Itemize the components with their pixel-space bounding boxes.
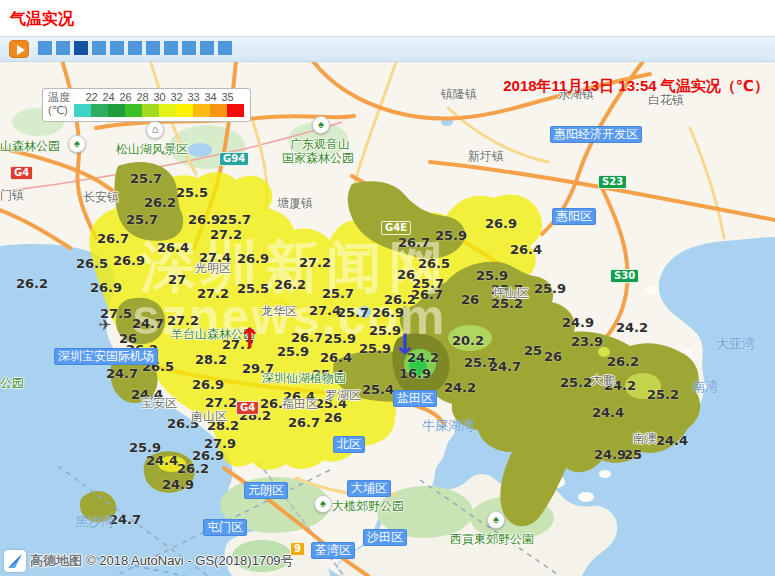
map-attribution: 高德地图 © 2018 AutoNavi - GS(2018)1709号 [4, 550, 294, 572]
legend-tick: 32 [168, 91, 185, 104]
legend-ticks: 222426283032333435 [74, 91, 244, 104]
legend-swatch [91, 104, 108, 117]
timeline-step-6[interactable] [128, 41, 142, 55]
legend-tick: 33 [185, 91, 202, 104]
timeline-step-10[interactable] [200, 41, 214, 55]
legend-swatch [176, 104, 193, 117]
weather-app-window: 深圳新闻网 sznews.com 25.725.526.225.726.925.… [0, 0, 775, 576]
legend-tick: 26 [117, 91, 134, 104]
legend-tick: 30 [151, 91, 168, 104]
attribution-brand: 高德地图 [30, 552, 82, 570]
amap-logo-icon[interactable] [4, 550, 26, 572]
legend-tick: 34 [202, 91, 219, 104]
legend-tick: 35 [219, 91, 236, 104]
timeline-step-9[interactable] [182, 41, 196, 55]
legend-swatch [125, 104, 142, 117]
legend-swatch [108, 104, 125, 117]
legend-tick: 28 [134, 91, 151, 104]
legend-tick: 24 [100, 91, 117, 104]
timeline-step-2[interactable] [56, 41, 70, 55]
page-title: 气温实况 [10, 9, 74, 30]
map-timestamp: 2018年11月13日 13:54 气温实况（℃） [503, 77, 769, 96]
legend-swatch [193, 104, 210, 117]
legend-swatch [142, 104, 159, 117]
legend-caption: 温度 (℃) [48, 91, 70, 117]
legend-tick: 22 [83, 91, 100, 104]
timeline-step-7[interactable] [146, 41, 160, 55]
timeline-toolbar [0, 36, 775, 62]
attribution-copyright: © 2018 AutoNavi - GS(2018)1709号 [86, 552, 294, 570]
timeline-steps [38, 41, 232, 55]
legend-swatch [159, 104, 176, 117]
timeline-step-4[interactable] [92, 41, 106, 55]
timeline-step-3[interactable] [74, 41, 88, 55]
legend-swatch [74, 104, 91, 117]
play-icon [17, 45, 25, 55]
map-canvas[interactable]: 深圳新闻网 sznews.com 25.725.526.225.726.925.… [0, 0, 775, 576]
timeline-step-11[interactable] [218, 41, 232, 55]
temperature-legend: 温度 (℃) 222426283032333435 [42, 88, 251, 122]
page-header: 气温实况 [0, 0, 775, 36]
legend-color-scale [74, 104, 244, 117]
timeline-step-5[interactable] [110, 41, 124, 55]
timeline-step-8[interactable] [164, 41, 178, 55]
play-button[interactable] [9, 40, 29, 58]
timeline-step-1[interactable] [38, 41, 52, 55]
legend-swatch [227, 104, 244, 117]
legend-swatch [210, 104, 227, 117]
